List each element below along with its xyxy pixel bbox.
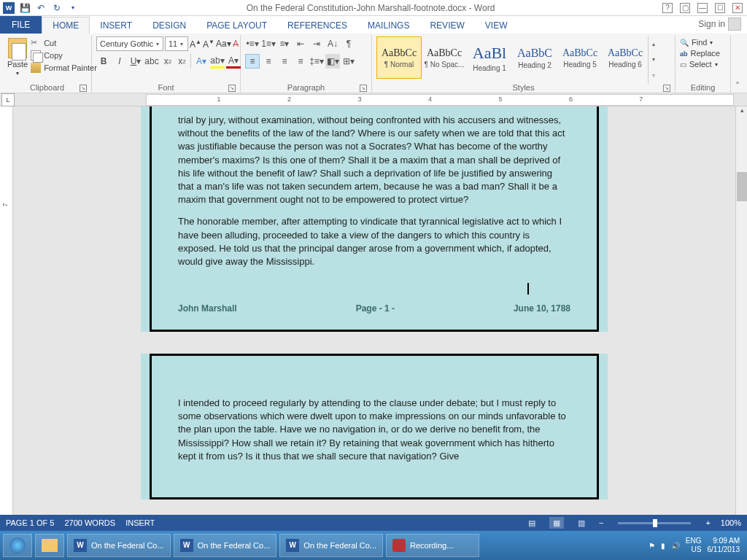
justify-button[interactable]: ≡ [293, 54, 308, 69]
tab-file[interactable]: FILE [0, 16, 42, 34]
clear-formatting-button[interactable]: A̶ [233, 39, 239, 49]
numbering-button[interactable]: 1≡▾ [261, 36, 276, 51]
styles-dialog-launcher[interactable]: ↘ [663, 85, 670, 92]
zoom-slider[interactable] [618, 522, 691, 524]
font-color-button[interactable]: A▾ [226, 54, 241, 69]
change-case-button[interactable]: Aa▾ [216, 39, 231, 49]
taskbar-explorer[interactable] [35, 534, 64, 557]
paragraph-dialog-launcher[interactable]: ↘ [360, 85, 367, 92]
scrollbar-thumb[interactable] [737, 172, 747, 201]
styles-more-button[interactable]: ▴▾▿ [648, 36, 658, 83]
sort-button[interactable]: A↓ [325, 36, 340, 51]
subscript-button[interactable]: x2 [160, 54, 175, 69]
style-normal[interactable]: AaBbCc¶ Normal [376, 36, 422, 79]
tab-design[interactable]: DESIGN [142, 18, 196, 34]
taskbar-recording[interactable]: Recording... [386, 534, 479, 557]
line-spacing-button[interactable]: ‡≡▾ [309, 54, 324, 69]
replace-button[interactable]: Replace [680, 49, 720, 58]
close-icon[interactable]: ✕ [732, 3, 743, 13]
superscript-button[interactable]: x2 [177, 54, 191, 69]
status-page[interactable]: PAGE 1 OF 5 [6, 518, 54, 527]
ribbon-display-icon[interactable]: ▢ [680, 3, 690, 13]
system-tray[interactable]: ⚑ ▮ 🔊 ENGUS 9:09 AM6/11/2013 [649, 537, 744, 554]
font-size-combo[interactable]: 11▾ [165, 36, 188, 51]
page-1[interactable]: trial by jury, without examination, with… [141, 106, 608, 332]
tab-home[interactable]: HOME [42, 17, 90, 34]
zoom-level[interactable]: 100% [721, 518, 741, 527]
scroll-up-icon[interactable]: ▴ [737, 106, 747, 117]
undo-icon[interactable]: ↶ [35, 2, 47, 14]
underline-button[interactable]: U▾ [128, 54, 143, 69]
tab-mailings[interactable]: MAILINGS [357, 18, 419, 34]
tab-references[interactable]: REFERENCES [277, 18, 357, 34]
tab-insert[interactable]: INSERT [90, 18, 142, 34]
redo-icon[interactable]: ↻ [51, 2, 63, 14]
taskbar-word-2[interactable]: WOn the Federal Co... [174, 534, 277, 557]
format-painter-button[interactable]: Format Painter [31, 63, 97, 73]
save-icon[interactable]: 💾 [19, 2, 31, 14]
tray-flag-icon[interactable]: ⚑ [649, 542, 655, 550]
italic-button[interactable]: I [112, 54, 127, 69]
select-button[interactable]: Select▾ [680, 60, 720, 69]
vertical-ruler[interactable]: 7 [0, 106, 13, 544]
tab-review[interactable]: REVIEW [419, 18, 474, 34]
vertical-scrollbar[interactable]: ▴ ▾ [735, 106, 747, 544]
highlight-button[interactable]: ab▾ [210, 54, 225, 69]
grow-font-button[interactable]: A▲ [190, 39, 201, 50]
style-heading6[interactable]: AaBbCcHeading 6 [603, 36, 648, 79]
collapse-ribbon-button[interactable]: ˄ [731, 35, 744, 93]
paste-button[interactable]: Paste ▾ [7, 36, 28, 77]
tab-view[interactable]: VIEW [475, 18, 518, 34]
clipboard-dialog-launcher[interactable]: ↘ [80, 85, 87, 92]
find-button[interactable]: Find▾ [680, 38, 720, 47]
decrease-indent-button[interactable]: ⇤ [293, 36, 308, 51]
style-heading5[interactable]: AaBbCcHeading 5 [557, 36, 603, 79]
word-icon: W [286, 539, 299, 552]
read-mode-button[interactable]: ▤ [525, 517, 539, 529]
borders-button[interactable]: ⊞▾ [341, 54, 356, 69]
zoom-out-button[interactable]: − [599, 518, 603, 527]
paragraph[interactable]: I intended to proceed regularly by atten… [178, 397, 570, 463]
text-effects-button[interactable]: A▾ [194, 54, 209, 69]
taskbar-ie[interactable] [3, 534, 32, 557]
status-words[interactable]: 2700 WORDS [64, 518, 115, 527]
copy-button[interactable]: Copy [31, 50, 97, 61]
style-no-spacing[interactable]: AaBbCc¶ No Spac... [422, 36, 467, 79]
style-heading1[interactable]: AaBlHeading 1 [467, 36, 512, 79]
qat-more-icon[interactable]: ▾ [67, 2, 79, 14]
minimize-icon[interactable]: — [697, 3, 708, 13]
strikethrough-button[interactable]: abc [144, 54, 159, 69]
align-right-button[interactable]: ≡ [277, 54, 292, 69]
status-mode[interactable]: INSERT [125, 518, 155, 527]
font-name-combo[interactable]: Century Gothic▾ [96, 36, 163, 51]
help-icon[interactable]: ? [662, 3, 673, 13]
bullets-button[interactable]: •≡▾ [245, 36, 260, 51]
tray-volume-icon[interactable]: 🔊 [671, 542, 680, 550]
tab-selector[interactable]: L [1, 93, 15, 106]
multilevel-button[interactable]: ≡▾ [277, 36, 292, 51]
cut-button[interactable]: Cut [31, 38, 97, 48]
font-dialog-launcher[interactable]: ↘ [228, 85, 236, 92]
bold-button[interactable]: B [96, 54, 111, 69]
record-icon [392, 539, 406, 552]
style-heading2[interactable]: AaBbCHeading 2 [512, 36, 557, 79]
page-2[interactable]: I intended to proceed regularly by atten… [141, 354, 608, 499]
sign-in[interactable]: Sign in [692, 15, 747, 34]
align-center-button[interactable]: ≡ [261, 54, 276, 69]
taskbar-word-3[interactable]: WOn the Federal Co... [279, 534, 383, 557]
show-marks-button[interactable]: ¶ [341, 36, 356, 51]
tray-network-icon[interactable]: ▮ [661, 542, 665, 550]
web-layout-button[interactable]: ▥ [574, 517, 589, 529]
maximize-icon[interactable]: ☐ [715, 3, 725, 13]
horizontal-ruler[interactable]: 1 2 3 4 5 6 7 [146, 94, 734, 106]
shading-button[interactable]: ◧▾ [325, 54, 340, 69]
tab-page-layout[interactable]: PAGE LAYOUT [196, 18, 277, 34]
print-layout-button[interactable]: ▦ [549, 517, 564, 529]
paragraph[interactable]: The honorable member, after attempting t… [178, 215, 570, 268]
increase-indent-button[interactable]: ⇥ [309, 36, 324, 51]
align-left-button[interactable]: ≡ [245, 54, 260, 69]
paragraph[interactable]: trial by jury, without examination, with… [178, 114, 570, 206]
shrink-font-button[interactable]: A▼ [203, 39, 214, 50]
taskbar-word-1[interactable]: WOn the Federal Co... [67, 534, 171, 557]
zoom-in-button[interactable]: + [705, 518, 710, 527]
